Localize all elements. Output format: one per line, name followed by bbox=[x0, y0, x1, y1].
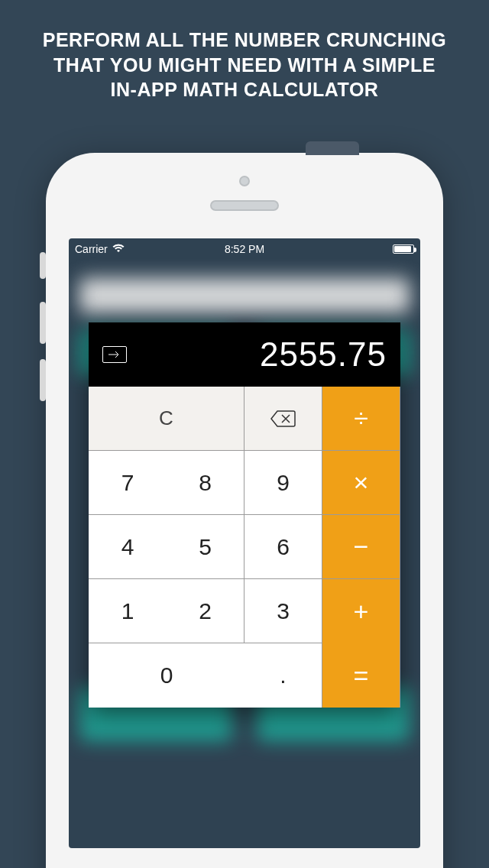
key-multiply[interactable]: × bbox=[322, 451, 400, 515]
key-7[interactable]: 7 bbox=[89, 451, 167, 515]
key-equals[interactable]: = bbox=[322, 643, 400, 708]
calculator-display: 2555.75 bbox=[89, 322, 400, 387]
wifi-icon bbox=[112, 243, 125, 255]
headline-line1: PERFORM ALL THE NUMBER CRUNCHING bbox=[31, 28, 458, 53]
key-plus[interactable]: + bbox=[322, 579, 400, 643]
phone-volume-down bbox=[40, 359, 46, 401]
phone-camera bbox=[239, 176, 250, 186]
headline-line3: IN-APP MATH CALCULATOR bbox=[31, 77, 458, 102]
battery-icon bbox=[393, 245, 414, 254]
status-bar: Carrier 8:52 PM bbox=[69, 238, 420, 260]
clock-label: 8:52 PM bbox=[225, 243, 264, 255]
carrier-label: Carrier bbox=[75, 243, 108, 255]
key-5[interactable]: 5 bbox=[167, 515, 244, 579]
key-minus[interactable]: − bbox=[322, 515, 400, 579]
key-9[interactable]: 9 bbox=[244, 451, 322, 515]
display-value: 2555.75 bbox=[127, 335, 387, 374]
key-divide[interactable]: ÷ bbox=[322, 387, 400, 451]
phone-volume-up bbox=[40, 302, 46, 344]
key-backspace[interactable] bbox=[244, 387, 322, 451]
headline-line2: THAT YOU MIGHT NEED WITH A SIMPLE bbox=[31, 53, 458, 78]
phone-screen: Carrier 8:52 PM bbox=[69, 238, 420, 848]
collapse-button[interactable] bbox=[102, 346, 127, 363]
key-3[interactable]: 3 bbox=[244, 579, 322, 643]
promo-headline: PERFORM ALL THE NUMBER CRUNCHING THAT YO… bbox=[0, 0, 489, 102]
key-4[interactable]: 4 bbox=[89, 515, 167, 579]
key-decimal[interactable]: . bbox=[244, 643, 322, 708]
phone-mockup: Carrier 8:52 PM bbox=[46, 153, 443, 868]
calculator-panel: 2555.75 C ÷ 7 8 9 × 4 5 6 − 1 bbox=[89, 322, 400, 708]
calculator-keypad: C ÷ 7 8 9 × 4 5 6 − 1 2 3 + bbox=[89, 387, 400, 708]
key-6[interactable]: 6 bbox=[244, 515, 322, 579]
phone-speaker bbox=[210, 200, 279, 211]
key-clear[interactable]: C bbox=[89, 387, 244, 451]
key-8[interactable]: 8 bbox=[167, 451, 244, 515]
key-1[interactable]: 1 bbox=[89, 579, 167, 643]
phone-mute-switch bbox=[40, 252, 46, 279]
phone-power-button bbox=[306, 141, 359, 155]
key-2[interactable]: 2 bbox=[167, 579, 244, 643]
key-0[interactable]: 0 bbox=[89, 643, 244, 708]
